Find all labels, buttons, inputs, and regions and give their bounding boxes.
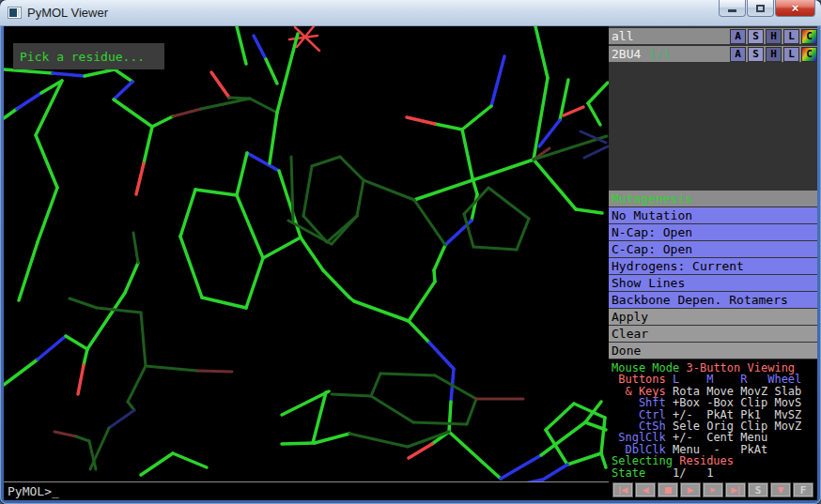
menu-item-4[interactable]: Show Lines [609,275,817,291]
mouse-mode-panel[interactable]: Mouse Mode 3-Button Viewing Buttons L M … [609,359,817,480]
menu-item-1[interactable]: N-Cap: Open [609,224,817,240]
command-line[interactable]: PyMOL>_ [4,481,609,500]
down-arrow-button[interactable]: ▼ [770,482,791,497]
menu-item-3[interactable]: Hydrogens: Current [609,258,817,274]
menu-item-0[interactable]: No Mutation [609,207,817,223]
object-all-button-S[interactable]: S [748,29,764,44]
object-2BU4-button-A[interactable]: A [730,47,746,62]
play-button[interactable]: ▶ [680,482,701,497]
menu-item-5[interactable]: Backbone Depen. Rotamers [609,292,817,308]
minimize-button[interactable] [719,0,746,17]
mutagenesis-header: Mutagenesis [609,191,817,206]
close-icon: × [792,2,799,14]
object-state: 1/1 [648,47,670,61]
step-back-button[interactable]: ◀ [635,482,656,497]
mutagenesis-menu: Mutagenesis No MutationN-Cap: OpenC-Cap:… [609,191,817,359]
3d-viewport[interactable]: Pick a residue... [4,26,609,481]
pymol-window: PyMOL Viewer × Pick a residue... PyMOL>_… [0,0,821,504]
object-2BU4-button-L[interactable]: L [783,47,799,62]
maximize-button[interactable] [747,0,774,17]
app-icon [8,7,22,19]
object-all-button-H[interactable]: H [766,29,782,44]
object-panel: allASHLC2BU41/1ASHLC [609,26,817,64]
pick-residue-label: Pick a residue... [13,43,164,69]
skip-to-end-button[interactable]: ▶| [725,482,746,497]
left-column: Pick a residue... PyMOL>_ [4,26,609,500]
sidebar: allASHLC2BU41/1ASHLC Mutagenesis No Muta… [609,26,817,500]
object-action-buttons: ASHLC [728,47,817,62]
window-controls: × [718,0,815,17]
maximize-icon [756,5,765,12]
object-name: 2BU4 [612,47,641,61]
object-action-buttons: ASHLC [728,29,817,44]
skip-to-start-button[interactable]: |◀ [612,482,633,497]
player-controls: |◀◀■▶▶▶|S▼F [609,480,817,500]
window-title: PyMOL Viewer [27,6,108,20]
object-2BU4-button-H[interactable]: H [766,47,782,62]
object-row-all[interactable]: allASHLC [609,28,817,44]
command-prompt: PyMOL>_ [8,484,59,498]
step-forward-button[interactable]: ▶ [703,482,723,497]
done-button[interactable]: Done [609,343,817,359]
menu-item-2[interactable]: C-Cap: Open [609,241,817,257]
minimize-icon [728,9,736,12]
sidebar-spacer [609,64,817,191]
mouse-panel-line-9: State 1/ 1 [612,467,817,479]
apply-button[interactable]: Apply [609,309,817,325]
clear-button[interactable]: Clear [609,326,817,342]
object-all-button-C[interactable]: C [801,29,817,44]
close-button[interactable]: × [775,0,815,17]
molecule-render [4,26,609,481]
object-row-2BU4[interactable]: 2BU41/1ASHLC [609,46,817,62]
main-content: Pick a residue... PyMOL>_ allASHLC2BU41/… [4,26,817,500]
object-name: all [612,29,633,43]
object-all-button-A[interactable]: A [730,29,746,44]
object-all-button-L[interactable]: L [783,29,799,44]
scene-s-button[interactable]: S [748,482,768,497]
titlebar[interactable]: PyMOL Viewer × [0,0,821,26]
object-2BU4-button-C[interactable]: C [801,47,817,62]
stop-button[interactable]: ■ [658,482,678,497]
full-f-button[interactable]: F [793,482,813,497]
object-2BU4-button-S[interactable]: S [748,47,764,62]
